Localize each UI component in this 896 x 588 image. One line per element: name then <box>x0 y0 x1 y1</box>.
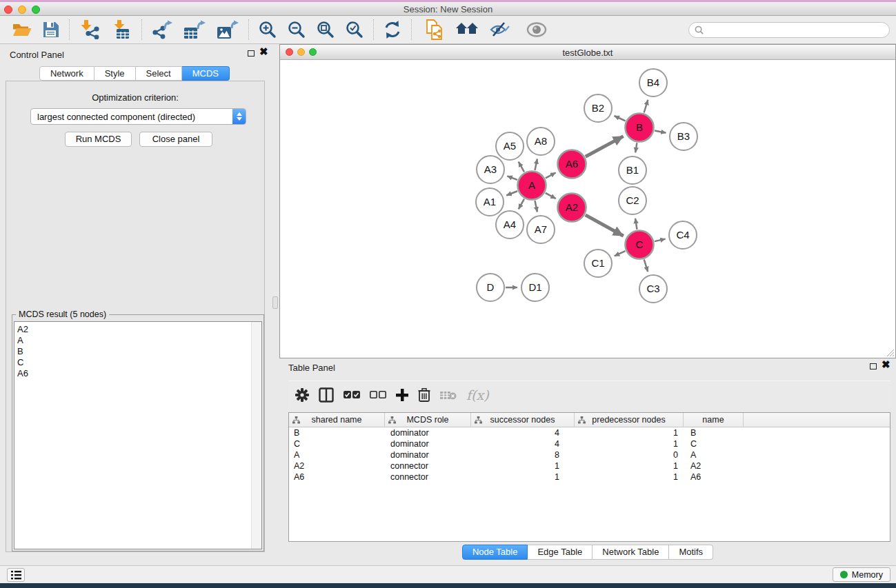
ndex-icon[interactable] <box>420 19 450 41</box>
column-header-mcds-role[interactable]: MCDS role <box>385 413 471 427</box>
open-session-icon[interactable] <box>7 19 37 41</box>
tab-select[interactable]: Select <box>136 66 182 81</box>
graph-edge-C-C4[interactable] <box>655 239 666 241</box>
split-panel-icon[interactable] <box>319 387 334 403</box>
graph-edge-B-B4[interactable] <box>644 100 648 113</box>
zoom-fit-icon[interactable] <box>311 19 340 41</box>
column-header-shared-name[interactable]: shared name <box>289 413 385 427</box>
export-image-icon[interactable] <box>211 19 244 41</box>
tab-edge-table[interactable]: Edge Table <box>528 545 593 560</box>
home-icon[interactable] <box>450 19 484 41</box>
graph-edge-C-C1[interactable] <box>615 251 626 256</box>
graph-node-A2[interactable]: A2 <box>558 194 586 222</box>
graph-node-A[interactable]: A <box>518 172 546 200</box>
graph-edge-A-A6[interactable] <box>546 172 556 178</box>
task-history-button[interactable] <box>7 568 25 582</box>
graph-node-A3[interactable]: A3 <box>477 156 504 183</box>
graph-node-A5[interactable]: A5 <box>496 132 524 160</box>
gear-icon[interactable] <box>295 388 309 402</box>
graph-edge-C-C2[interactable] <box>635 219 637 230</box>
tab-mcds[interactable]: MCDS <box>182 66 230 81</box>
table-row[interactable]: Bdominator41B <box>289 427 890 438</box>
close-panel-icon[interactable]: ✖ <box>259 45 268 58</box>
deselect-all-icon[interactable] <box>370 391 386 399</box>
network-window-titlebar[interactable]: testGlobe.txt <box>280 45 895 60</box>
import-table-icon[interactable] <box>106 19 137 41</box>
add-column-icon[interactable] <box>396 389 408 401</box>
graph-edge-A2-C[interactable] <box>586 215 624 236</box>
graph-edge-A-A5[interactable] <box>519 162 524 172</box>
graph-node-C2[interactable]: C2 <box>619 187 646 214</box>
mcds-result-item[interactable]: A2 <box>14 324 261 335</box>
memory-button[interactable]: Memory <box>833 567 890 582</box>
refresh-layout-icon[interactable] <box>378 19 407 41</box>
vertical-split-handle[interactable] <box>272 296 278 309</box>
column-header-predecessor-nodes[interactable]: predecessor nodes <box>575 413 684 427</box>
float-panel-icon[interactable] <box>248 50 255 57</box>
delete-column-icon[interactable] <box>418 388 430 402</box>
tab-network-table[interactable]: Network Table <box>593 545 669 560</box>
search-input[interactable] <box>707 26 889 35</box>
graph-node-A1[interactable]: A1 <box>476 188 504 216</box>
graph-node-C4[interactable]: C4 <box>669 221 697 249</box>
graph-edge-A-A8[interactable] <box>535 159 537 170</box>
graph-node-B[interactable]: B <box>626 114 654 142</box>
export-network-icon[interactable] <box>146 19 178 41</box>
tab-motifs[interactable]: Motifs <box>669 545 713 560</box>
close-panel-button[interactable]: Close panel <box>139 132 212 147</box>
graph-edge-C-C3[interactable] <box>644 259 648 272</box>
graph-node-A8[interactable]: A8 <box>527 128 555 155</box>
graph-edge-B-B2[interactable] <box>615 116 626 121</box>
graph-node-C3[interactable]: C3 <box>639 275 667 303</box>
graph-node-C[interactable]: C <box>626 231 654 259</box>
graph-node-D[interactable]: D <box>477 274 504 301</box>
graph-edge-A-A3[interactable] <box>507 176 517 180</box>
select-all-icon[interactable] <box>344 391 360 399</box>
tab-style[interactable]: Style <box>94 66 136 81</box>
close-table-panel-icon[interactable]: ✖ <box>882 358 890 371</box>
graph-edge-B-B1[interactable] <box>635 143 637 152</box>
graph-node-A7[interactable]: A7 <box>527 216 555 243</box>
network-canvas[interactable]: AA1A2A3A4A5A6A7A8BB1B2B3B4CC1C2C3C4DD1 <box>280 60 895 358</box>
graph-node-B3[interactable]: B3 <box>670 123 697 150</box>
graph-node-B2[interactable]: B2 <box>584 94 612 122</box>
graph-edge-A-A1[interactable] <box>506 191 517 195</box>
zoom-out-icon[interactable] <box>282 19 311 41</box>
graph-edge-A-A7[interactable] <box>535 201 537 212</box>
graph-edge-A6-B[interactable] <box>586 136 624 157</box>
criterion-dropdown[interactable]: largest connected component (directed) <box>30 108 246 125</box>
mcds-result-item[interactable]: A6 <box>14 368 261 379</box>
table-row[interactable]: Adominator80A <box>289 449 890 460</box>
float-table-panel-icon[interactable] <box>870 363 877 369</box>
table-row[interactable]: A6connector11A6 <box>289 472 890 483</box>
search-field[interactable] <box>688 22 890 38</box>
tab-network[interactable]: Network <box>39 66 94 81</box>
tab-node-table[interactable]: Node Table <box>462 545 528 560</box>
table-row[interactable]: Cdominator41C <box>289 438 890 449</box>
mcds-result-item[interactable]: C <box>14 357 261 368</box>
column-header-successor-nodes[interactable]: successor nodes <box>471 413 575 427</box>
export-table-icon[interactable] <box>178 19 211 41</box>
graph-edge-A-A2[interactable] <box>546 193 556 199</box>
mcds-result-item[interactable]: B <box>14 346 261 357</box>
graph-node-A6[interactable]: A6 <box>558 150 586 179</box>
show-panel-eye-icon[interactable] <box>521 19 552 41</box>
zoom-selected-icon[interactable] <box>340 19 369 41</box>
graph-node-B4[interactable]: B4 <box>639 69 667 97</box>
table-row[interactable]: A2connector11A2 <box>289 460 890 472</box>
column-header-name[interactable]: name <box>684 413 744 427</box>
graph-node-D1[interactable]: D1 <box>521 274 549 301</box>
graph-node-A4[interactable]: A4 <box>496 211 524 239</box>
mcds-result-item[interactable]: A <box>14 335 261 346</box>
zoom-in-icon[interactable] <box>253 19 282 41</box>
graph-edge-A-A4[interactable] <box>519 199 524 210</box>
run-mcds-button[interactable]: Run MCDS <box>65 132 132 147</box>
resize-grip-icon[interactable] <box>885 347 895 357</box>
graph-node-C1[interactable]: C1 <box>584 250 612 277</box>
graph-node-B1[interactable]: B1 <box>619 156 646 184</box>
hide-details-icon[interactable] <box>484 19 515 41</box>
import-network-icon[interactable] <box>74 19 106 41</box>
save-session-icon[interactable] <box>37 19 65 41</box>
graph-edge-B-B3[interactable] <box>655 130 666 132</box>
list-scrollbar[interactable] <box>251 322 261 549</box>
